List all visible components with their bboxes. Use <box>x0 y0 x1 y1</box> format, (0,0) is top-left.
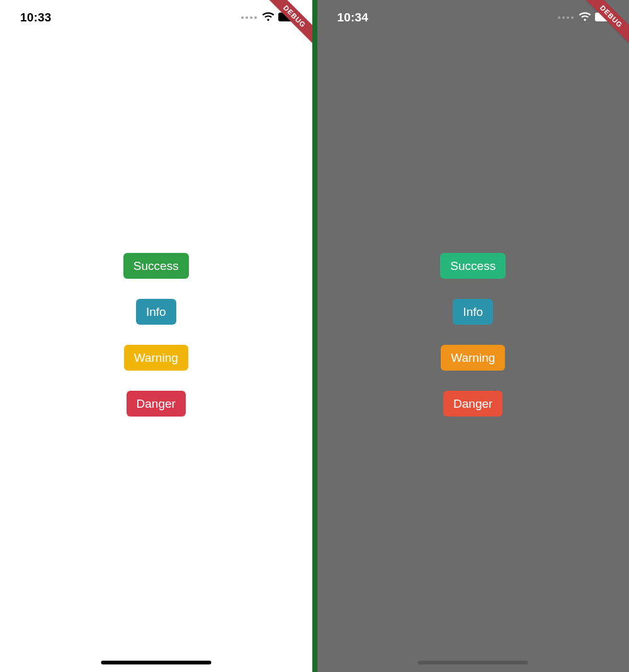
button-list: Success Info Warning Danger <box>317 16 630 653</box>
info-button[interactable]: Info <box>453 299 493 325</box>
warning-button[interactable]: Warning <box>441 345 505 371</box>
home-indicator[interactable] <box>418 661 528 664</box>
phone-dark: 10:34 Success Info Warning Danger DEBUG <box>317 0 630 672</box>
warning-button[interactable]: Warning <box>124 345 188 371</box>
success-button[interactable]: Success <box>123 253 189 279</box>
panel-divider <box>312 0 317 672</box>
button-list: Success Info Warning Danger <box>0 16 312 653</box>
info-button[interactable]: Info <box>136 299 176 325</box>
danger-button[interactable]: Danger <box>443 391 502 417</box>
danger-button[interactable]: Danger <box>127 391 186 417</box>
home-indicator[interactable] <box>101 661 211 664</box>
success-button[interactable]: Success <box>440 253 506 279</box>
phone-light: 10:33 Success Info Warning Danger DEBUG <box>0 0 312 672</box>
